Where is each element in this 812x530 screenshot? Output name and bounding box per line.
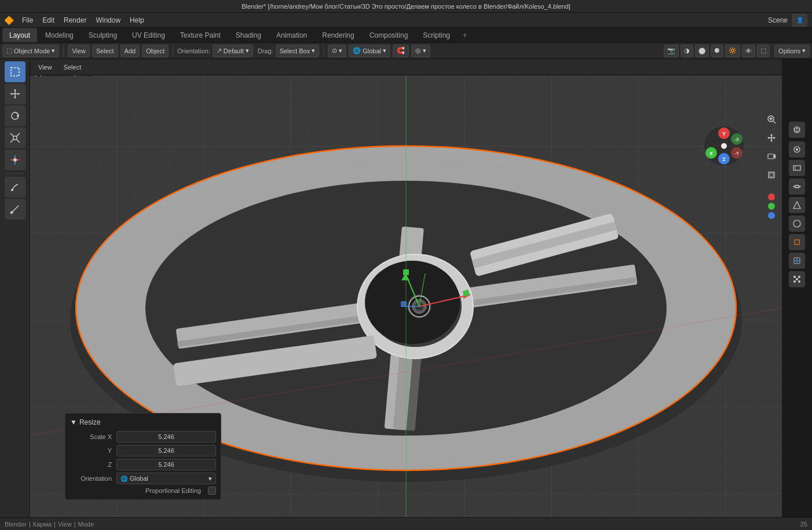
tab-compositing[interactable]: Compositing [363,28,415,42]
viewport-shading-1[interactable]: ◑ [681,45,693,57]
viewport-view-menu[interactable]: View [34,63,57,72]
mode-selector[interactable]: ⬚ Object Mode ▾ [2,45,59,57]
svg-line-11 [17,133,20,136]
options-btn[interactable]: Options ▾ [774,45,810,57]
orientation-label: Orientation: [177,47,210,54]
svg-line-12 [10,140,13,142]
status-mode3: Mode [78,521,94,528]
status-separator: | [54,521,56,528]
svg-point-93 [796,185,799,188]
pivot-icon: ⊙ [332,47,337,54]
orientation-icon: ↗ [217,47,222,54]
tool-rotate[interactable] [5,105,25,126]
bottom-status-bar: Blender | Карма | View | Mode 25 [0,517,812,530]
select-menu[interactable]: Select [92,45,118,57]
svg-rect-96 [795,240,799,244]
tab-add[interactable]: + [458,28,471,42]
tab-modeling[interactable]: Modeling [38,28,81,42]
object-menu[interactable]: Object [142,45,169,57]
menu-help[interactable]: Help [125,15,149,25]
pivot-selector[interactable]: ⊙ ▾ [328,45,346,57]
xray-btn[interactable]: ⬚ [757,45,770,57]
view-menu[interactable]: View [68,45,90,57]
scale-z-field[interactable]: 5.246 [116,459,216,470]
tab-rendering[interactable]: Rendering [315,28,361,42]
prop-particles-icon[interactable] [789,271,805,287]
status-mode2: | [74,521,76,528]
prop-world-icon[interactable] [789,215,805,232]
orientation-selector-panel[interactable]: 🌐 Global ▾ [116,473,216,484]
svg-point-90 [796,148,798,151]
viewport-shading-4[interactable]: 🔆 [725,45,740,57]
tool-measure[interactable] [5,199,25,220]
gizmo-pan[interactable] [763,130,780,146]
tool-annotate[interactable] [5,177,25,198]
overlay-btn[interactable]: 👁 [742,45,755,57]
svg-rect-85 [769,172,774,178]
viewport-select-menu[interactable]: Select [59,63,86,72]
svg-marker-82 [774,137,776,139]
tab-animation[interactable]: Animation [269,28,314,42]
tool-transform[interactable] [5,149,25,170]
gizmo-camera[interactable] [763,148,780,165]
proportional-editing-checkbox[interactable] [208,487,216,495]
svg-marker-5 [10,93,12,95]
tab-uv-editing[interactable]: UV Editing [125,28,172,42]
menu-bar: 🔶 File Edit Render Window Help Scene 👤 [0,13,812,28]
header-toolbar: ⬚ Object Mode ▾ View Select Add Object O… [0,43,812,59]
tab-shading[interactable]: Shading [229,28,268,42]
profile-btn[interactable]: 👤 [792,14,807,27]
tool-move[interactable] [5,83,25,104]
scale-y-field[interactable]: 5.246 [116,445,216,456]
global-icon: 🌐 [353,47,361,54]
status-info: Blender [5,521,27,528]
menu-file[interactable]: File [17,15,38,25]
prop-modifier-icon[interactable] [789,253,805,269]
blender-logo: 🔶 [2,14,15,27]
toolbar-separator-1 [63,45,64,57]
viewport-shading-3[interactable]: ⚈ [711,45,723,57]
viewport-shading-2[interactable]: ⬤ [695,45,709,57]
menu-render[interactable]: Render [59,15,91,25]
viewport[interactable]: User Perspective (1) Collection | Torus … [30,59,782,517]
scale-y-row: Y 5.246 [70,445,216,456]
orientation-selector[interactable]: ↗ Default ▾ [213,45,253,57]
gizmo-zoom-in[interactable] [763,111,780,127]
bottom-left: Blender | Карма | View | Mode [5,521,94,528]
menu-window[interactable]: Window [91,15,125,25]
tab-texture-paint[interactable]: Texture Paint [173,28,228,42]
svg-marker-4 [14,97,16,98]
scale-x-label: Scale X [70,433,116,440]
global-selector[interactable]: 🌐 Global ▾ [349,45,390,57]
tab-layout[interactable]: Layout [2,28,37,42]
tab-scripting[interactable]: Scripting [416,28,457,42]
tab-sculpting[interactable]: Sculpting [82,28,124,42]
svg-point-74 [721,143,727,149]
global-chevron: ▾ [383,47,386,54]
tool-scale[interactable] [5,127,25,148]
proportional-btn[interactable]: ◎ ▾ [411,45,430,57]
mode-icon: ⬚ [6,47,12,54]
prop-output-icon[interactable] [789,160,805,176]
gizmo-orthographic[interactable] [763,167,780,183]
svg-point-19 [11,189,13,191]
resize-title: Resize [79,418,101,426]
prop-view-icon[interactable] [789,178,805,195]
tool-select-box[interactable] [5,61,25,82]
snap-toggle[interactable]: 🧲 [393,45,409,57]
axis-gizmo[interactable]: Y -Y X -X Z [701,123,747,169]
prop-scene2-icon[interactable] [789,197,805,213]
menu-edit[interactable]: Edit [38,15,59,25]
svg-line-20 [12,206,19,213]
bottom-right: 25 [800,521,807,528]
proportional-editing-row: Proportional Editing [70,487,216,495]
add-menu[interactable]: Add [120,45,140,57]
title-bar: Blender* [/home/andrey/Мои блог/Статьи/3… [0,0,812,13]
camera-view-btn[interactable]: 📷 [664,45,679,57]
prop-scene-icon[interactable] [789,122,805,138]
resize-panel-header[interactable]: ▼ Resize [70,418,216,426]
scale-x-field[interactable]: 5.246 [116,431,216,443]
prop-object-icon[interactable] [789,234,805,250]
drag-selector[interactable]: Select Box ▾ [276,45,320,57]
prop-render-icon[interactable] [789,141,805,158]
